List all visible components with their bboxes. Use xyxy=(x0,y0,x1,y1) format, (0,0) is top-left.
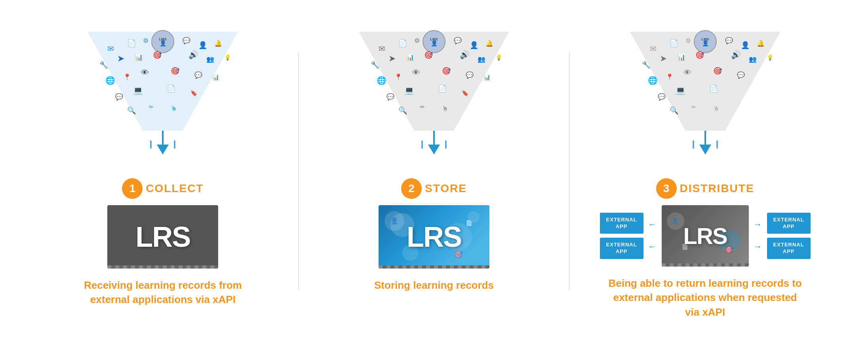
external-apps-left: EXTERNALAPP EXTERNALAPP xyxy=(600,213,643,259)
svg-text:👥: 👥 xyxy=(206,55,214,63)
lrs-text-collect: LRS xyxy=(135,221,190,253)
svg-text:💬: 💬 xyxy=(115,93,123,101)
section-collect: LMS 👤 ✉ 📄 ⚙ 💬 👤 🔔 🔧 ➤ 📊 🎯 🔊 👥 💡 � xyxy=(32,24,294,307)
svg-text:👤: 👤 xyxy=(390,217,398,225)
arrows-right: → → xyxy=(754,219,762,252)
svg-text:💡: 💡 xyxy=(767,54,774,61)
svg-text:🔊: 🔊 xyxy=(188,50,198,59)
svg-text:👤: 👤 xyxy=(741,41,750,50)
svg-text:🔖: 🔖 xyxy=(462,90,469,97)
svg-marker-104 xyxy=(699,145,711,154)
svg-text:🖱: 🖱 xyxy=(442,105,448,112)
funnel-distribute: LMS 👤 ✉ 📄 ⚙ 💬 👤 🔔 🔧 ➤ 📊 🎯 🔊 👥 💡 🌐 📍 👁 🎯 xyxy=(618,24,792,174)
svg-text:🔧: 🔧 xyxy=(99,61,108,69)
lrs-box-distribute: 👤 🎯 📄 LRS xyxy=(662,205,749,267)
arrow-left-bottom: ← xyxy=(648,242,657,252)
svg-text:📄: 📄 xyxy=(670,39,679,48)
arrow-right-bottom: → xyxy=(754,242,762,252)
svg-text:📄: 📄 xyxy=(398,39,407,48)
svg-text:🔧: 🔧 xyxy=(642,61,651,69)
lrs-text-store: LRS xyxy=(407,221,461,253)
svg-text:✉: ✉ xyxy=(107,44,114,53)
lrs-box-wrapper-collect: LRS xyxy=(107,205,218,269)
description-distribute: Being able to return learning records to… xyxy=(606,276,804,319)
svg-text:🔔: 🔔 xyxy=(757,40,765,47)
svg-marker-31 xyxy=(157,145,169,154)
lrs-box-wrapper-store: 👤 🎯 📄 LRS xyxy=(379,205,489,269)
lrs-text-distribute: LRS xyxy=(683,223,727,249)
divider-1 xyxy=(298,53,299,290)
description-store: Storing learning records xyxy=(374,278,494,292)
step-label-collect: COLLECT xyxy=(146,182,204,195)
step-label-distribute: DISTRIBUTE xyxy=(680,182,754,195)
svg-text:✏: ✏ xyxy=(420,104,425,110)
ext-app-left-bottom: EXTERNALAPP xyxy=(600,238,643,259)
funnel-svg-collect: LMS 👤 ✉ 📄 ⚙ 💬 👤 🔔 🔧 ➤ 📊 🎯 🔊 👥 💡 � xyxy=(76,24,250,178)
lrs-box-wrapper-distribute: EXTERNALAPP EXTERNALAPP ← ← 👤 🎯 📄 LRS xyxy=(600,205,811,267)
ext-app-left-top: EXTERNALAPP xyxy=(600,213,643,234)
svg-text:🌐: 🌐 xyxy=(105,76,115,85)
svg-text:👥: 👥 xyxy=(749,55,757,63)
funnel-collect: LMS 👤 ✉ 📄 ⚙ 💬 👤 🔔 🔧 ➤ 📊 🎯 🔊 👥 💡 � xyxy=(76,24,250,174)
svg-text:🎯: 🎯 xyxy=(171,67,180,75)
svg-text:🎯: 🎯 xyxy=(153,51,162,59)
arrow-right-top: → xyxy=(754,219,762,230)
lrs-box-collect: LRS xyxy=(107,205,218,269)
svg-text:📄: 📄 xyxy=(466,220,473,227)
svg-text:💬: 💬 xyxy=(194,71,202,79)
ext-app-right-bottom: EXTERNALAPP xyxy=(767,238,811,259)
svg-text:✉: ✉ xyxy=(379,44,385,53)
funnel-store: LMS 👤 ✉ 📄 ⚙ 💬 👤 🔔 🔧 ➤ 📊 🎯 🔊 👥 💡 🌐 📍 👁 xyxy=(347,24,521,174)
step-badge-store: 2 STORE xyxy=(401,178,467,199)
svg-text:➤: ➤ xyxy=(388,53,396,63)
svg-text:👤: 👤 xyxy=(198,41,207,50)
svg-text:📊: 📊 xyxy=(212,74,219,81)
svg-text:🌐: 🌐 xyxy=(648,76,658,85)
svg-text:💬: 💬 xyxy=(658,93,666,101)
svg-text:🔍: 🔍 xyxy=(127,106,136,115)
svg-text:👤: 👤 xyxy=(702,40,709,47)
svg-text:👤: 👤 xyxy=(430,40,438,47)
svg-text:💻: 💻 xyxy=(676,86,685,95)
svg-text:💻: 💻 xyxy=(404,86,414,95)
svg-text:📄: 📄 xyxy=(438,84,447,93)
svg-text:📍: 📍 xyxy=(123,73,131,81)
svg-text:🔊: 🔊 xyxy=(731,50,741,59)
step-number-collect: 1 xyxy=(122,178,143,199)
svg-text:💬: 💬 xyxy=(466,71,474,79)
svg-text:📊: 📊 xyxy=(406,53,414,61)
ext-app-right-top: EXTERNALAPP xyxy=(767,213,811,234)
svg-text:📍: 📍 xyxy=(666,73,674,81)
svg-text:🔧: 🔧 xyxy=(371,61,380,69)
divider-2 xyxy=(569,53,570,290)
svg-text:💻: 💻 xyxy=(133,86,143,95)
section-store: LMS 👤 ✉ 📄 ⚙ 💬 👤 🔔 🔧 ➤ 📊 🎯 🔊 👥 💡 🌐 📍 👁 xyxy=(303,24,565,292)
svg-text:💬: 💬 xyxy=(725,37,733,44)
svg-text:📄: 📄 xyxy=(127,39,136,48)
lrs-box-store: 👤 🎯 📄 LRS xyxy=(379,205,489,269)
svg-text:🖱: 🖱 xyxy=(713,105,720,112)
svg-text:🎯: 🎯 xyxy=(424,51,433,59)
svg-text:🔖: 🔖 xyxy=(190,90,198,97)
svg-text:📄: 📄 xyxy=(709,84,718,93)
svg-text:⚙: ⚙ xyxy=(143,37,148,44)
svg-text:💬: 💬 xyxy=(386,93,394,101)
svg-text:🖱: 🖱 xyxy=(171,105,177,112)
step-number-distribute: 3 xyxy=(656,178,677,199)
svg-text:👁: 👁 xyxy=(141,68,149,77)
arrow-left-top: ← xyxy=(648,219,657,230)
svg-text:📍: 📍 xyxy=(394,73,402,81)
svg-text:✏: ✏ xyxy=(149,104,154,110)
svg-text:📊: 📊 xyxy=(678,53,685,61)
svg-text:🎯: 🎯 xyxy=(713,67,722,75)
svg-text:⚙: ⚙ xyxy=(685,37,691,44)
svg-text:📊: 📊 xyxy=(135,53,143,61)
svg-text:🔍: 🔍 xyxy=(670,106,679,115)
external-apps-right: EXTERNALAPP EXTERNALAPP xyxy=(767,213,811,259)
svg-text:⚙: ⚙ xyxy=(414,37,420,44)
svg-text:🎯: 🎯 xyxy=(695,51,704,59)
svg-text:👁: 👁 xyxy=(412,68,420,77)
description-collect: Receiving learning records from external… xyxy=(64,278,262,307)
svg-text:👤: 👤 xyxy=(672,218,679,225)
funnel-svg-store: LMS 👤 ✉ 📄 ⚙ 💬 👤 🔔 🔧 ➤ 📊 🎯 🔊 👥 💡 🌐 📍 👁 xyxy=(347,24,521,178)
